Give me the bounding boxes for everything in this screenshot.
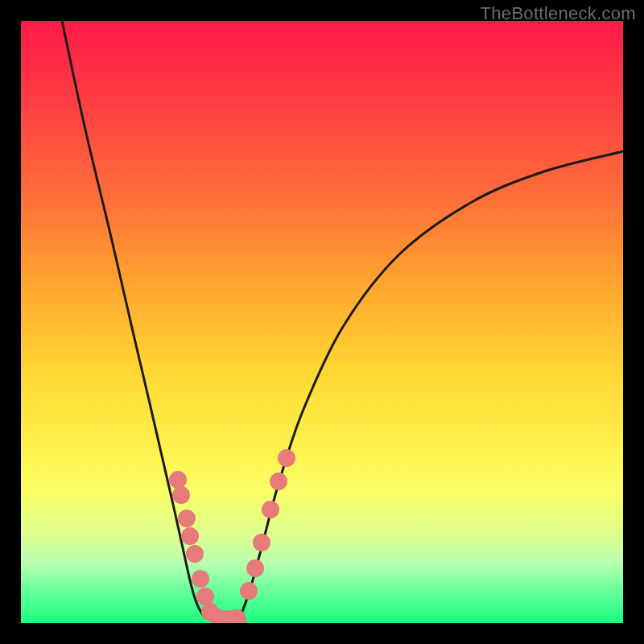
- data-point-left-cluster: [192, 570, 209, 588]
- data-point-right-cluster: [246, 559, 264, 577]
- data-point-right-cluster: [278, 449, 295, 467]
- data-point-left-cluster: [186, 545, 204, 563]
- data-point-right-cluster: [262, 501, 279, 518]
- data-point-left-cluster: [178, 510, 196, 527]
- data-point-right-cluster: [270, 473, 287, 490]
- data-point-right-cluster: [240, 582, 258, 600]
- data-point-left-cluster: [181, 527, 199, 545]
- chart-frame: [21, 21, 623, 623]
- data-point-left-cluster: [196, 588, 214, 605]
- watermark-text: TheBottleneck.com: [481, 3, 636, 24]
- data-point-left-cluster: [169, 471, 187, 489]
- data-point-markers: [169, 449, 295, 623]
- data-point-right-cluster: [253, 534, 270, 551]
- data-point-left-cluster: [172, 486, 190, 504]
- curve-right-branch: [240, 151, 623, 618]
- bottleneck-curve-svg: [21, 21, 623, 623]
- curve-left-branch: [62, 21, 206, 618]
